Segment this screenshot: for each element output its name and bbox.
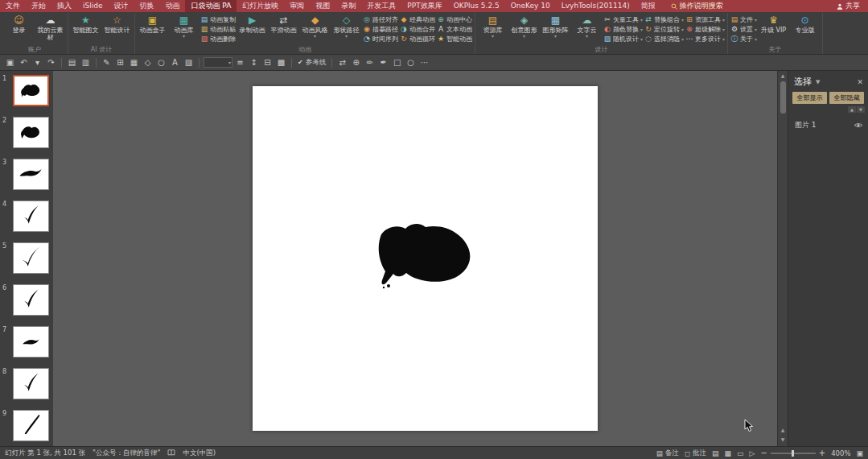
ribbon-button[interactable]: ⊞资源工具▾ [685,14,725,24]
ribbon-button[interactable]: ⊙专业版 [790,13,820,45]
zoom-slider-thumb[interactable] [792,450,794,457]
vertical-scrollbar[interactable]: ▲ ▲ ▼ [777,71,788,446]
scrollbar-thumb[interactable] [780,81,786,114]
zoom-level[interactable]: 400% [831,449,850,457]
tell-me-search[interactable]: 操作说明搜索 [671,0,723,12]
ellipse-icon[interactable]: ○ [155,56,167,69]
menu-tab[interactable]: 审阅 [284,0,310,12]
ribbon-button[interactable]: ☆智能设计 [102,13,132,45]
slide-thumbnail[interactable] [13,368,49,399]
menu-tab[interactable]: 简报 [636,0,661,12]
ribbon-button[interactable]: ★智能动画 [437,34,472,43]
share-button[interactable]: 共享 [829,0,868,12]
slide-thumbnail[interactable] [13,284,49,316]
menu-tab[interactable]: 幻灯片放映 [237,0,284,12]
scrollbar-track[interactable] [780,81,787,425]
menu-tab[interactable]: PPT效果库 [401,0,447,12]
line-spacing-icon[interactable]: ↕ [248,56,260,69]
ribbon-button[interactable]: ▤资源库▾ [478,13,508,45]
merge-cells-icon[interactable]: ⊟ [261,56,274,69]
slide-thumbnail[interactable] [13,410,49,441]
style-combobox[interactable]: ▾ [204,57,232,68]
font-color-icon[interactable]: A [169,56,181,69]
slide-thumbnail[interactable] [13,75,49,106]
menu-tab[interactable]: 文件 [0,0,26,12]
show-all-button[interactable]: 全部显示 [792,92,827,104]
pattern-icon[interactable]: ▩ [275,56,287,69]
circle-icon[interactable]: ○ [405,56,417,69]
ribbon-button[interactable]: ☁文字云▾ [572,13,602,45]
menu-tab[interactable]: 口袋动画 PA [185,0,237,12]
menu-tab[interactable]: 录制 [335,0,361,12]
ribbon-button[interactable]: ★智能图文 [71,13,101,45]
ribbon-button[interactable]: ⊗超级解除▾ [685,24,725,34]
menu-tab[interactable]: 开始 [26,0,51,12]
ribbon-button[interactable]: ▶录制动画 [237,13,267,45]
menu-tab[interactable]: 切换 [134,0,159,12]
menu-tab[interactable]: 设计 [108,0,134,12]
slide[interactable] [253,86,598,431]
ribbon-button[interactable]: ↻动画循环 [400,34,435,43]
previous-slide-button[interactable]: ▲ [778,425,788,435]
menu-tab[interactable]: 动画 [159,0,185,12]
language-indicator[interactable]: 中文(中国) [183,449,216,458]
pencil-icon[interactable]: ✏ [364,56,376,69]
shape-icon[interactable]: ◇ [142,56,154,69]
pane-layout-icon[interactable]: ▣ [4,56,16,69]
ribbon-button[interactable]: ▤文件▾ [730,14,757,24]
ribbon-button[interactable]: ✂矢量工具▾ [603,14,643,24]
undo-icon[interactable]: ↶ [18,56,30,69]
ribbon-button[interactable]: ▦动画库▾ [169,13,199,45]
ribbon-button[interactable]: ▦图形矩阵▾ [541,13,570,45]
reorder-down-button[interactable]: ▼ [857,106,865,113]
close-icon[interactable]: ✕ [857,78,863,86]
thumbnail-pane-icon[interactable]: ▤ [66,56,78,69]
ribbon-button[interactable]: ◎路径对齐 [363,14,398,24]
slide-thumbnail[interactable] [13,326,49,358]
grid-icon[interactable]: ▦ [128,56,140,69]
menu-tab[interactable]: OKPlus 5.2.5 [448,0,505,12]
menu-tab[interactable]: iSlide [77,0,108,12]
ribbon-button[interactable]: ◉描摹路径 [363,24,398,34]
ribbon-button[interactable]: ▣动画盒子 [138,13,167,45]
ribbon-button[interactable]: ◑动画合并 [400,24,435,34]
scroll-up-arrow-icon[interactable]: ▲ [778,71,788,81]
comments-button[interactable]: ◻批注 [685,449,706,458]
ribbon-button[interactable]: ⇄平滑动画 [269,13,298,45]
guides-checkbox[interactable]: ✔参考线 [296,58,327,68]
menu-tab[interactable]: OneKey 10 [505,0,556,12]
ribbon-button[interactable]: ▨随机设计▾ [603,34,643,43]
zoom-out-button[interactable]: − [760,449,767,457]
zoom-in-button[interactable]: + [819,449,825,457]
ribbon-button[interactable]: ◈创意图形▾ [509,13,539,45]
bullets-icon[interactable]: ≡ [234,56,246,69]
reorder-up-button[interactable]: ▲ [848,106,856,113]
slide-sorter-view-icon[interactable]: ▦ [724,449,731,457]
ribbon-button[interactable]: ▧动画删除 [200,34,236,43]
ink-blob-shape[interactable] [253,86,598,431]
menu-tab[interactable]: 插入 [51,0,77,12]
hide-all-button[interactable]: 全部隐藏 [829,92,864,104]
slide-thumbnail[interactable] [13,117,49,148]
visibility-eye-icon[interactable] [854,122,863,129]
spellcheck-icon[interactable] [167,449,175,457]
slideshow-view-icon[interactable]: ▷ [749,449,755,457]
ribbon-button[interactable]: ◆经典动画 [400,14,435,24]
ribbon-button[interactable]: ☺登录 [4,13,34,45]
normal-view-icon[interactable]: ▤ [712,449,719,457]
chevron-down-icon[interactable]: ▼ [816,79,820,85]
ribbon-button[interactable]: A文本动画 [437,24,472,34]
ribbon-button[interactable]: ⚙设置▾ [730,24,757,34]
menu-tab[interactable]: 开发工具 [361,0,401,12]
draw-icon[interactable]: ✎ [101,56,113,69]
redo-icon[interactable]: ↷ [45,56,57,69]
ribbon-button[interactable]: ◔时间序列 [363,34,398,43]
rectangle-icon[interactable]: □ [391,56,403,69]
slide-thumbnail[interactable] [13,242,49,274]
table-icon[interactable]: ⊞ [114,56,126,69]
slide-thumbnail[interactable] [13,201,49,232]
next-slide-button[interactable]: ▼ [778,435,788,445]
layout-icon[interactable]: ▥ [80,56,92,69]
swap-icon[interactable]: ⇄ [336,56,348,69]
ribbon-button[interactable]: ♛升级 VIP [759,13,788,45]
